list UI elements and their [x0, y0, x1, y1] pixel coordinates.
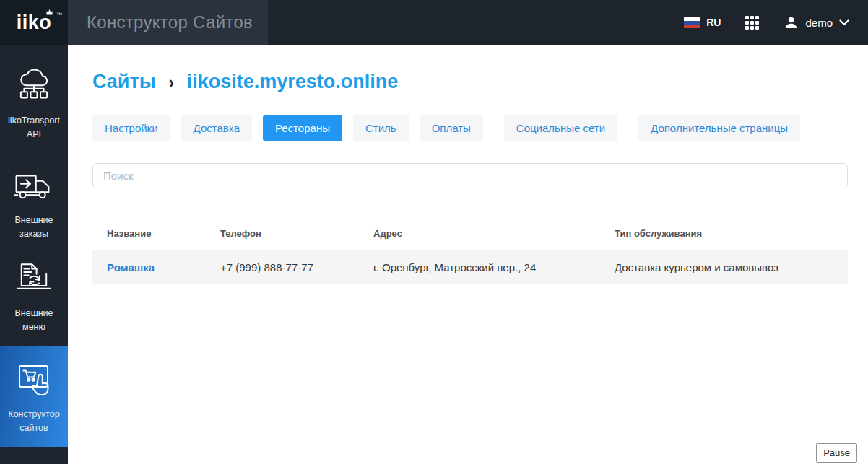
restaurant-name-link[interactable]: Ромашка	[92, 261, 206, 273]
sidebar-item-site-builder[interactable]: Конструктор сайтов	[0, 346, 68, 447]
flag-ru-icon	[684, 17, 700, 28]
site-builder-icon	[13, 359, 55, 401]
restaurants-table: Название Телефон Адрес Тип обслуживания …	[92, 217, 848, 284]
tab-bar: Настройки Доставка Рестораны Стиль Оплат…	[92, 115, 848, 141]
column-header-name: Название	[92, 228, 206, 239]
user-icon	[784, 15, 799, 30]
breadcrumb-sites-link[interactable]: Сайты	[92, 71, 156, 93]
sidebar: iikoTransport API Внешние заказы	[0, 45, 68, 464]
pause-button[interactable]: Pause	[816, 443, 857, 463]
apps-grid-icon	[745, 16, 759, 30]
breadcrumb: Сайты › iikosite.myresto.online	[92, 71, 848, 93]
table-header-row: Название Телефон Адрес Тип обслуживания	[92, 217, 848, 250]
app-title: Конструктор Сайтов	[87, 12, 253, 32]
column-header-address: Адрес	[359, 228, 600, 239]
main-content: Сайты › iikosite.myresto.online Настройк…	[68, 45, 868, 464]
language-switcher[interactable]: RU	[684, 17, 721, 28]
restaurant-phone: +7 (999) 888-77-77	[206, 261, 359, 273]
app-title-panel: Конструктор Сайтов	[68, 0, 268, 45]
trademark-symbol: ™	[56, 12, 62, 18]
sidebar-item-label: iikoTransport API	[4, 114, 64, 140]
table-row[interactable]: Ромашка +7 (999) 888-77-77 г. Оренбург, …	[92, 250, 848, 284]
sidebar-item-external-orders[interactable]: Внешние заказы	[0, 153, 68, 253]
tab-style[interactable]: Стиль	[353, 115, 409, 141]
crown-icon	[45, 9, 53, 15]
tab-social-networks[interactable]: Социальные сети	[504, 115, 617, 141]
breadcrumb-separator-icon: ›	[169, 71, 174, 93]
tab-restaurants[interactable]: Рестораны	[263, 115, 342, 141]
tab-delivery[interactable]: Доставка	[181, 115, 252, 141]
topbar: iiko ™ Конструктор Сайтов RU	[0, 0, 868, 45]
search-bar	[92, 163, 848, 188]
topbar-controls: RU demo	[684, 0, 868, 45]
user-menu[interactable]: demo	[784, 15, 849, 30]
username: demo	[805, 17, 833, 29]
cloud-network-icon	[13, 66, 55, 108]
sidebar-item-label: Конструктор сайтов	[4, 408, 64, 434]
app-window: iiko ™ Конструктор Сайтов RU	[0, 0, 868, 464]
column-header-phone: Телефон	[206, 228, 359, 239]
language-label: RU	[706, 17, 721, 28]
delivery-truck-icon	[13, 165, 55, 207]
sidebar-item-label: Внешние заказы	[4, 214, 64, 240]
search-input[interactable]	[92, 163, 848, 188]
sidebar-item-label: Внешние меню	[4, 307, 64, 333]
breadcrumb-current-site: iikosite.myresto.online	[187, 71, 399, 93]
sidebar-item-iikotransport-api[interactable]: iikoTransport API	[0, 53, 68, 153]
restaurant-service-type: Доставка курьером и самовывоз	[600, 261, 848, 273]
menu-sync-icon	[13, 258, 55, 300]
tab-settings[interactable]: Настройки	[92, 115, 170, 141]
sidebar-item-external-menus[interactable]: Внешние меню	[0, 253, 68, 339]
apps-grid-button[interactable]	[745, 16, 759, 30]
iiko-logo[interactable]: iiko ™	[0, 0, 68, 45]
chevron-down-icon	[839, 19, 849, 26]
restaurant-address: г. Оренбург, Матросский пер., 24	[359, 261, 600, 273]
tab-payments[interactable]: Оплаты	[420, 115, 483, 141]
tab-additional-pages[interactable]: Дополнительные страницы	[638, 115, 800, 141]
column-header-service-type: Тип обслуживания	[600, 228, 848, 239]
